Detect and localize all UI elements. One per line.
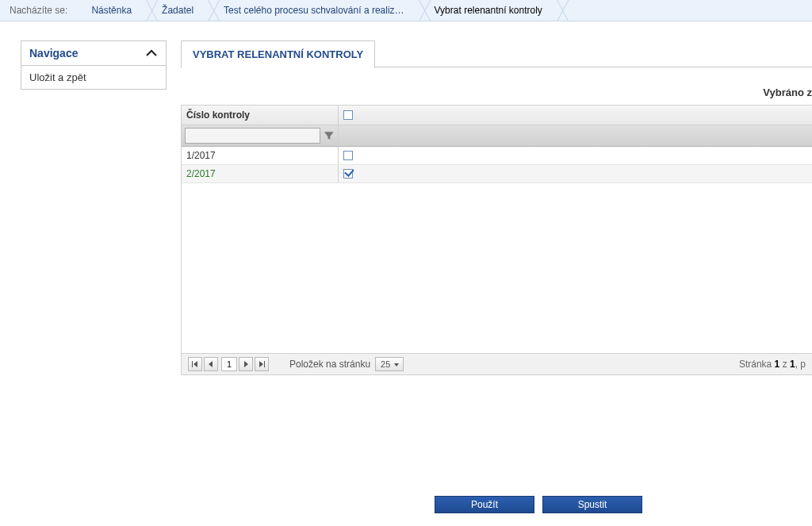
run-button[interactable]: Spustit <box>542 496 642 513</box>
cell-number: 2/2017 <box>182 165 339 182</box>
pager-prev-button[interactable] <box>204 357 218 371</box>
pager-page-size-select[interactable]: 25 <box>375 357 404 371</box>
grid-empty-space <box>182 183 812 353</box>
column-header-number[interactable]: Číslo kontroly <box>182 106 339 125</box>
navigation-title: Navigace <box>29 47 78 60</box>
breadcrumb: Nacházíte se: Nástěnka Žadatel Test celé… <box>0 0 812 21</box>
filter-input-number[interactable] <box>185 128 320 144</box>
table-row[interactable]: 2/2017 <box>182 165 812 183</box>
pager-last-button[interactable] <box>255 357 269 371</box>
cell-number: 1/2017 <box>182 147 339 164</box>
pager: Položek na stránku 25 Stránka 1 z 1, p <box>181 354 812 375</box>
tab-select-relevant-controls[interactable]: VYBRAT RELENANTNÍ KONTROLY <box>181 40 375 68</box>
breadcrumb-label: Nacházíte se: <box>5 5 75 16</box>
pager-items-label: Položek na stránku <box>289 359 370 370</box>
action-bar: Použít Spustit <box>181 494 812 513</box>
pager-first-button[interactable] <box>188 357 202 371</box>
selected-count-info: Vybráno z <box>181 67 812 105</box>
controls-grid: Číslo kontroly 1/2017 2/2017 <box>181 105 812 354</box>
breadcrumb-item-dashboard[interactable]: Nástěnka <box>75 0 146 21</box>
tab-spacer <box>375 40 812 67</box>
navigation-panel: Navigace Uložit a zpět <box>21 40 167 90</box>
use-button[interactable]: Použít <box>435 496 534 513</box>
navigation-header[interactable]: Navigace <box>21 41 166 66</box>
table-row[interactable]: 1/2017 <box>182 147 812 165</box>
filter-icon[interactable] <box>324 130 335 141</box>
pager-info: Stránka 1 z 1, p <box>739 359 806 370</box>
chevron-up-icon <box>145 49 158 57</box>
nav-item-save-back[interactable]: Uložit a zpět <box>21 66 166 89</box>
pager-next-button[interactable] <box>239 357 253 371</box>
select-all-checkbox[interactable] <box>343 110 353 120</box>
breadcrumb-item-select-controls: Vybrat relenantní kontroly <box>419 0 557 21</box>
row-checkbox[interactable] <box>343 169 353 179</box>
breadcrumb-item-process-test[interactable]: Test celého procesu schvalování a realiz… <box>208 0 418 21</box>
row-checkbox[interactable] <box>343 151 353 160</box>
pager-page-input[interactable] <box>221 357 237 371</box>
column-header-checkbox[interactable] <box>339 106 812 125</box>
breadcrumb-item-applicant[interactable]: Žadatel <box>146 0 208 21</box>
